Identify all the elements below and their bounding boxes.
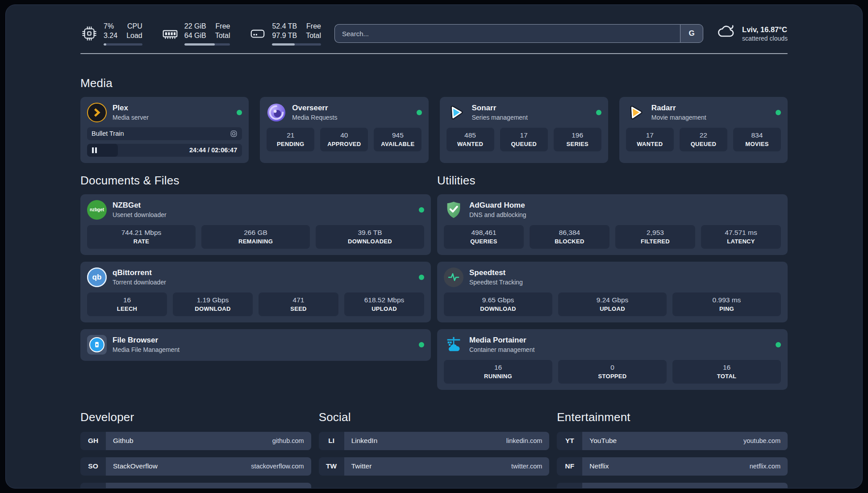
header-divider	[80, 53, 788, 54]
nzbget-icon: nzbget	[87, 200, 107, 220]
cpu-percent: 7%	[104, 22, 117, 31]
status-online-dot	[776, 342, 781, 347]
stat-rate: 744.21 MbpsRATE	[87, 225, 196, 249]
status-online-dot	[596, 110, 601, 115]
filebrowser-card[interactable]: File Browser Media File Management	[80, 329, 431, 361]
search-input[interactable]	[334, 24, 680, 43]
ram-icon	[161, 25, 179, 42]
link-url: linkedin.com	[506, 437, 542, 444]
link-abbr: TW	[319, 457, 344, 476]
app-name: Media Portainer	[469, 336, 534, 345]
stat-movies: 834MOVIES	[733, 128, 781, 151]
overseerr-card[interactable]: Overseerr Media Requests 21PENDING 40APP…	[260, 97, 428, 163]
link-github[interactable]: GH Githubgithub.com	[80, 432, 311, 450]
stat-approved: 40APPROVED	[320, 128, 368, 151]
adguard-card[interactable]: AdGuard Home DNS and adblocking 498,461Q…	[437, 194, 788, 255]
stat-wanted: 485WANTED	[447, 128, 494, 151]
system-stats: 7%3.24 CPULoad	[80, 22, 321, 46]
disk-free-label: Free	[306, 22, 321, 31]
link-dev[interactable]: DT DEVdev.to	[80, 483, 311, 489]
status-online-dot	[419, 275, 424, 280]
disk-free-value: 52.4 TB	[272, 22, 297, 31]
dashboard-page: 7%3.24 CPULoad	[5, 4, 863, 489]
link-netflix[interactable]: NF Netflixnetflix.com	[557, 457, 788, 476]
stat-filtered: 2,953FILTERED	[615, 225, 695, 249]
weather-condition: scattered clouds	[742, 35, 788, 42]
link-linkedin[interactable]: LI LinkedInlinkedin.com	[319, 432, 550, 450]
radarr-card[interactable]: Radarr Movie management 17WANTED 22QUEUE…	[619, 97, 788, 163]
app-description: Media server	[113, 114, 149, 121]
stat-ping: 0.993 msPING	[672, 292, 781, 316]
portainer-card[interactable]: Media Portainer Container management 16R…	[437, 329, 788, 390]
speedtest-icon	[444, 267, 463, 287]
plex-card[interactable]: Plex Media server Bullet Train 24:44 / 0…	[80, 97, 249, 163]
entertainment-section-title: Entertainment	[557, 410, 788, 424]
documents-section-title: Documents & Files	[80, 174, 431, 188]
media-source-icon	[230, 130, 238, 138]
utilities-section-title: Utilities	[437, 174, 788, 188]
app-name: Sonarr	[472, 104, 528, 113]
link-abbr: NF	[557, 457, 582, 476]
status-online-dot	[417, 110, 422, 115]
pause-button[interactable]	[92, 147, 97, 153]
link-url: stackoverflow.com	[251, 463, 304, 470]
disk-icon	[249, 25, 267, 42]
filebrowser-icon	[87, 335, 107, 355]
utilities-section: Utilities AdGuard Home	[437, 174, 788, 390]
qbittorrent-card[interactable]: qb qBittorrent Torrent downloader 16LEEC…	[80, 262, 431, 322]
link-name: LinkedIn	[351, 437, 378, 445]
app-description: Container management	[469, 346, 534, 353]
sonarr-card[interactable]: Sonarr Series management 485WANTED 17QUE…	[440, 97, 608, 163]
link-abbr: SO	[80, 457, 106, 476]
stat-blocked: 86,384BLOCKED	[530, 225, 609, 249]
app-name: AdGuard Home	[469, 201, 526, 210]
link-youtube[interactable]: YT YouTubeyoutube.com	[557, 432, 788, 450]
playback-progress-bar: 24:44 / 02:06:47	[87, 144, 242, 157]
speedtest-card[interactable]: Speedtest Speedtest Tracking 9.65 GbpsDO…	[437, 262, 788, 322]
cpu-progress-bar	[104, 43, 142, 46]
header: 7%3.24 CPULoad	[80, 22, 788, 46]
cloud-icon	[717, 23, 736, 44]
developer-section-title: Developer	[80, 410, 311, 424]
cpu-load-value: 3.24	[104, 31, 117, 41]
stat-upload: 9.24 GbpsUPLOAD	[558, 292, 667, 316]
entertainment-section: Entertainment YT YouTubeyoutube.com NF N…	[557, 410, 788, 489]
overseerr-icon	[267, 103, 286, 122]
app-name: File Browser	[113, 336, 179, 345]
disk-progress-bar	[272, 43, 321, 46]
stat-seed: 471SEED	[259, 292, 338, 316]
link-reddit[interactable]: RE Redditreddit.com	[557, 483, 788, 489]
radarr-icon	[626, 103, 646, 122]
link-name: Twitter	[351, 462, 372, 470]
app-name: NZBGet	[113, 201, 167, 210]
app-name: Plex	[113, 104, 149, 113]
search-engine-button[interactable]: G	[680, 24, 703, 43]
stat-queued: 17QUEUED	[500, 128, 548, 151]
cpu-load-label: Load	[126, 31, 142, 41]
link-stackoverflow[interactable]: SO StackOverflowstackoverflow.com	[80, 457, 311, 476]
status-online-dot	[776, 110, 781, 115]
status-online-dot	[419, 342, 424, 347]
cpu-stat: 7%3.24 CPULoad	[80, 22, 142, 46]
media-section: Media Plex Media server Bullet Train	[80, 76, 788, 163]
status-online-dot	[237, 110, 242, 115]
disk-total-value: 97.9 TB	[272, 31, 297, 41]
link-url: twitter.com	[511, 463, 542, 470]
link-abbr: LI	[319, 432, 344, 450]
link-name: Github	[113, 437, 134, 445]
app-name: qBittorrent	[113, 268, 166, 277]
stat-download: 9.65 GbpsDOWNLOAD	[444, 292, 552, 316]
stat-leech: 16LEECH	[87, 292, 167, 316]
app-description: Series management	[472, 114, 528, 121]
stat-downloaded: 39.6 TBDOWNLOADED	[316, 225, 424, 249]
app-description: Torrent downloader	[113, 279, 166, 286]
ram-progress-bar	[184, 43, 230, 46]
nzbget-card[interactable]: nzbget NZBGet Usenet downloader 744.21 M…	[80, 194, 431, 255]
link-twitter[interactable]: TW Twittertwitter.com	[319, 457, 550, 476]
link-url: youtube.com	[743, 437, 780, 444]
link-abbr: RE	[557, 483, 582, 489]
stat-series: 196SERIES	[554, 128, 601, 151]
stat-wanted: 17WANTED	[626, 128, 674, 151]
playback-time: 24:44 / 02:06:47	[189, 146, 242, 154]
ram-total-value: 64 GiB	[184, 31, 206, 41]
